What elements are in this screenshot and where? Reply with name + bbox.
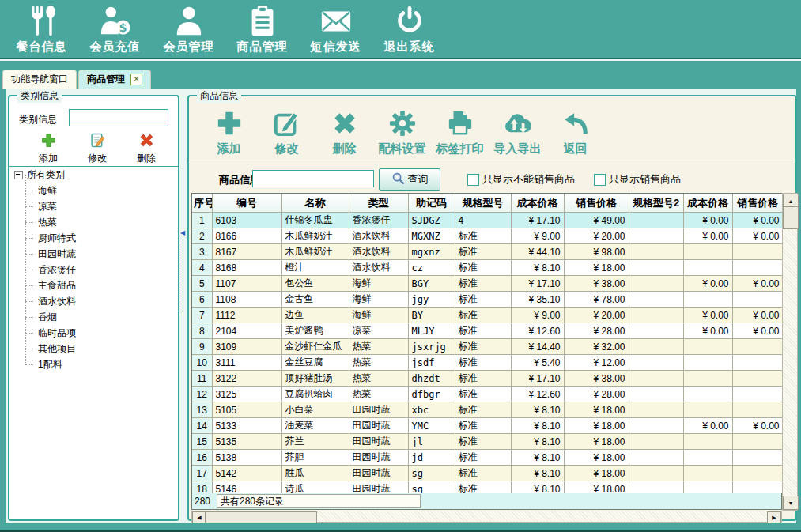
- cell-cost2[interactable]: [683, 292, 732, 308]
- cell-mnemonic[interactable]: sg: [408, 466, 455, 481]
- cell-price[interactable]: ¥ 18.00: [564, 418, 629, 434]
- cell-cost2[interactable]: [683, 355, 732, 371]
- cell-mnemonic[interactable]: dfbgr: [408, 387, 455, 402]
- scroll-down-icon[interactable]: ▼: [783, 496, 799, 510]
- cell-cost2[interactable]: [683, 244, 732, 260]
- cell-cost2[interactable]: ¥ 0.00: [683, 276, 732, 292]
- cell-spec2[interactable]: [629, 292, 683, 308]
- tree-item-厨师特式[interactable]: 厨师特式: [9, 230, 178, 246]
- cell-spec[interactable]: 标准: [455, 371, 511, 387]
- column-header-spec2[interactable]: 规格型号2: [629, 194, 683, 213]
- cell-spec[interactable]: 标准: [455, 402, 511, 418]
- topbar-button-商品管理[interactable]: 商品管理: [225, 2, 299, 57]
- cell-mnemonic[interactable]: mgxnz: [408, 244, 455, 260]
- tree-item-香浓煲仔[interactable]: 香浓煲仔: [9, 262, 178, 277]
- cell-code[interactable]: 5138: [212, 450, 281, 466]
- cell-cost[interactable]: ¥ 35.10: [511, 292, 564, 308]
- collapse-arrow-icon[interactable]: ◀: [180, 229, 187, 237]
- table-row[interactable]: 103111金丝豆腐热菜jsdf标准¥ 5.40¥ 12.00: [192, 355, 783, 371]
- cell-code[interactable]: 2104: [212, 323, 281, 339]
- table-row[interactable]: 28166木瓜鲜奶汁酒水饮料MGXNZ标准¥ 9.00¥ 20.00¥ 0.00…: [192, 228, 783, 244]
- cell-mnemonic[interactable]: jsdf: [408, 355, 455, 371]
- cell-cost[interactable]: ¥ 8.10: [511, 466, 564, 481]
- checkbox-box[interactable]: [467, 174, 479, 186]
- cell-code[interactable]: 5146: [212, 481, 281, 495]
- cell-code[interactable]: 8168: [212, 260, 281, 276]
- query-button[interactable]: 查询: [379, 168, 440, 191]
- column-header-cost2[interactable]: 成本价格: [683, 194, 732, 213]
- column-header-price2[interactable]: 销售价格: [732, 194, 783, 213]
- cell-price2[interactable]: [732, 292, 783, 308]
- table-row[interactable]: 123125豆腐扒蛤肉热菜dfbgr标准¥ 12.60¥ 28.00: [192, 387, 783, 402]
- cell-spec[interactable]: 标准: [455, 355, 511, 371]
- cell-type[interactable]: 海鲜: [349, 276, 408, 292]
- cell-no[interactable]: 14: [192, 418, 212, 434]
- cell-price[interactable]: ¥ 18.00: [564, 450, 629, 466]
- cell-spec[interactable]: 标准: [455, 276, 511, 292]
- table-row[interactable]: 175142胜瓜田园时蔬sg标准¥ 8.10¥ 18.00: [192, 466, 783, 481]
- cell-cost2[interactable]: ¥ 0.00: [683, 213, 732, 228]
- cell-no[interactable]: 1: [192, 213, 212, 228]
- cell-price2[interactable]: [732, 387, 783, 402]
- cell-no[interactable]: 12: [192, 387, 212, 402]
- cell-code[interactable]: 5105: [212, 402, 281, 418]
- cell-cost[interactable]: ¥ 17.10: [511, 213, 564, 228]
- cell-name[interactable]: 诗瓜: [281, 481, 349, 495]
- cell-type[interactable]: 凉菜: [349, 323, 408, 339]
- horizontal-scrollbar-thumb[interactable]: [205, 511, 317, 523]
- cell-price2[interactable]: [732, 434, 783, 450]
- cell-spec[interactable]: 标准: [455, 292, 511, 308]
- cell-price2[interactable]: ¥ 0.00: [732, 276, 783, 292]
- cell-name[interactable]: 橙汁: [281, 260, 349, 276]
- cell-type[interactable]: 海鲜: [349, 308, 408, 323]
- cell-name[interactable]: 木瓜鲜奶汁: [281, 244, 349, 260]
- topbar-button-会员管理[interactable]: 会员管理: [152, 2, 225, 57]
- cell-cost2[interactable]: [683, 402, 732, 418]
- cell-cost2[interactable]: [683, 466, 732, 481]
- tree-item-田园时蔬[interactable]: 田园时蔬: [9, 246, 178, 262]
- cell-spec[interactable]: 标准: [455, 244, 511, 260]
- cell-spec[interactable]: 标准: [455, 260, 511, 276]
- tree-item-其他项目[interactable]: 其他项目: [9, 341, 178, 357]
- column-header-spec[interactable]: 规格型号: [455, 194, 511, 213]
- topbar-button-短信发送[interactable]: 短信发送: [299, 2, 372, 57]
- cell-type[interactable]: 酒水饮料: [349, 244, 408, 260]
- scroll-right-icon[interactable]: ▶: [767, 511, 781, 523]
- cell-spec[interactable]: 标准: [455, 387, 511, 402]
- toolbar-button-删除[interactable]: 删除: [315, 100, 373, 164]
- cell-mnemonic[interactable]: dhzdt: [408, 371, 455, 387]
- cell-price[interactable]: ¥ 28.00: [564, 387, 629, 402]
- cell-no[interactable]: 5: [192, 276, 212, 292]
- horizontal-scrollbar[interactable]: ◀ ▶: [191, 511, 782, 523]
- cell-cost[interactable]: ¥ 8.10: [511, 260, 564, 276]
- cell-name[interactable]: 顶好猪肚汤: [281, 371, 349, 387]
- cell-no[interactable]: 4: [192, 260, 212, 276]
- cell-type[interactable]: 田园时蔬: [349, 466, 408, 481]
- cell-code[interactable]: 5133: [212, 418, 281, 434]
- panel-splitter[interactable]: ◀: [180, 229, 187, 316]
- cell-spec2[interactable]: [629, 339, 683, 355]
- category-input[interactable]: [69, 109, 168, 126]
- cell-spec2[interactable]: [629, 213, 683, 228]
- cell-spec[interactable]: 标准: [455, 418, 511, 434]
- cell-no[interactable]: 16: [192, 450, 212, 466]
- cell-price[interactable]: ¥ 28.00: [564, 323, 629, 339]
- column-header-code[interactable]: 编号: [212, 194, 281, 213]
- cell-cost[interactable]: ¥ 12.60: [511, 323, 564, 339]
- cell-mnemonic[interactable]: SJDGZ: [408, 213, 455, 228]
- cell-spec2[interactable]: [629, 228, 683, 244]
- cell-mnemonic[interactable]: cz: [408, 260, 455, 276]
- cell-name[interactable]: 金沙虾仁金瓜: [281, 339, 349, 355]
- cell-price2[interactable]: [732, 402, 783, 418]
- cell-cost2[interactable]: ¥ 0.00: [683, 228, 732, 244]
- cell-no[interactable]: 11: [192, 371, 212, 387]
- table-row[interactable]: 185146诗瓜田园时蔬sg标准¥ 8.10¥ 18.00: [192, 481, 783, 495]
- tree-item-酒水饮料[interactable]: 酒水饮料: [9, 293, 178, 309]
- cell-no[interactable]: 3: [192, 244, 212, 260]
- column-header-mnemonic[interactable]: 助记码: [408, 194, 455, 213]
- tree-item-凉菜[interactable]: 凉菜: [9, 198, 178, 214]
- table-row[interactable]: 61108金古鱼海鲜jgy标准¥ 35.10¥ 78.00: [192, 292, 783, 308]
- cell-name[interactable]: 芥胆: [281, 450, 349, 466]
- cell-mnemonic[interactable]: MLJY: [408, 323, 455, 339]
- cell-spec2[interactable]: [629, 418, 683, 434]
